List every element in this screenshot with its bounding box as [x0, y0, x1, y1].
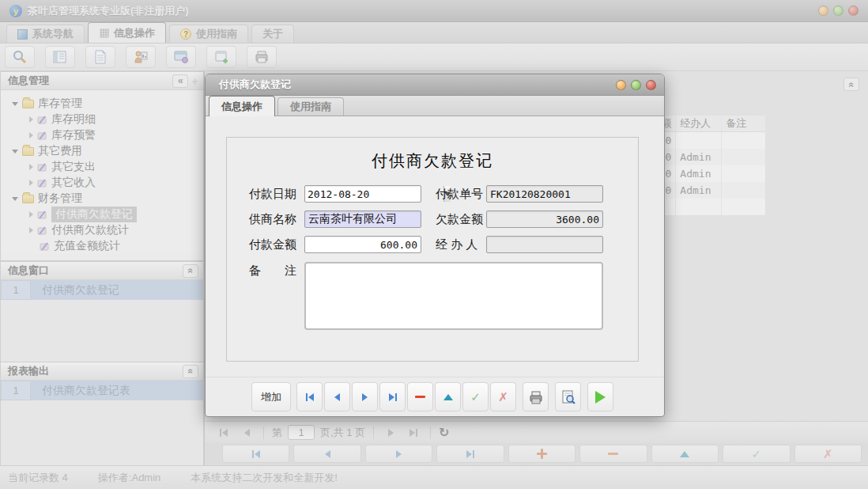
delete-record-button[interactable] — [407, 382, 433, 411]
pay-no-field[interactable] — [486, 185, 603, 203]
dialog-button-bar: 增加 ✓ ✗ — [206, 377, 664, 416]
supplier-payment-dialog: 付供商欠款登记 信息操作 使用指南 付供商欠款登记 付款日期 付款单 — [205, 74, 665, 417]
dialog-close-button[interactable] — [646, 80, 656, 90]
form-heading: 付供商欠款登记 — [227, 150, 638, 172]
supplier-field[interactable] — [304, 210, 421, 228]
cross-icon: ✗ — [498, 390, 508, 404]
remark-label: 备 注 — [249, 262, 304, 279]
pay-date-combo[interactable] — [304, 185, 421, 203]
pay-date-input[interactable] — [305, 186, 443, 202]
dialog-tab-info-ops[interactable]: 信息操作 — [209, 96, 275, 116]
printer-icon — [528, 389, 544, 405]
debt-label: 欠款金额 — [436, 212, 486, 227]
add-record-button[interactable]: 增加 — [251, 382, 291, 411]
pay-no-label: 付款单号 — [436, 187, 486, 202]
operator-field[interactable] — [486, 236, 603, 253]
minus-icon — [415, 396, 425, 398]
supplier-label: 供商名称 — [249, 210, 304, 228]
dialog-tab-guide[interactable]: 使用指南 — [277, 97, 344, 116]
payment-field[interactable] — [304, 236, 421, 253]
check-icon: ✓ — [470, 390, 481, 404]
edit-record-button[interactable] — [435, 382, 461, 411]
app-window: y 茶叶店管理系统专业版(非注册用户) 系统导航 信息操作 ? 使用指南 — [0, 0, 868, 489]
dialog-tabbar: 信息操作 使用指南 — [206, 96, 664, 116]
dialog-body: 付供商欠款登记 付款日期 付款单号 供商名称 欠款金额 — [206, 116, 664, 416]
debt-field[interactable] — [486, 210, 603, 228]
next-record-button[interactable] — [352, 382, 378, 411]
dialog-restore-button[interactable] — [631, 80, 641, 90]
payment-label: 付款金额 — [249, 236, 304, 253]
first-record-button[interactable] — [296, 382, 323, 411]
prev-record-button[interactable] — [324, 382, 350, 411]
save-record-button[interactable]: ✓ — [462, 382, 489, 411]
dialog-minimize-button[interactable] — [616, 80, 626, 90]
cancel-record-button[interactable]: ✗ — [490, 382, 516, 411]
last-record-button[interactable] — [379, 382, 406, 411]
payment-form-panel: 付供商欠款登记 付款日期 付款单号 供商名称 欠款金额 — [226, 137, 639, 362]
print-preview-button[interactable] — [555, 382, 581, 411]
print-button[interactable] — [523, 382, 549, 411]
tab-label: 信息操作 — [221, 100, 262, 114]
dialog-titlebar[interactable]: 付供商欠款登记 — [206, 74, 664, 96]
remark-textarea[interactable] — [304, 262, 603, 330]
print-preview-icon — [560, 389, 576, 405]
tab-label: 使用指南 — [290, 100, 331, 114]
play-icon — [595, 391, 606, 404]
dialog-title: 付供商欠款登记 — [219, 78, 291, 92]
pay-date-label: 付款日期 — [249, 185, 304, 203]
edit-up-icon — [443, 394, 453, 400]
operator-label: 经 办 人 — [436, 237, 486, 252]
button-label: 增加 — [261, 390, 281, 404]
execute-button[interactable] — [587, 382, 613, 411]
